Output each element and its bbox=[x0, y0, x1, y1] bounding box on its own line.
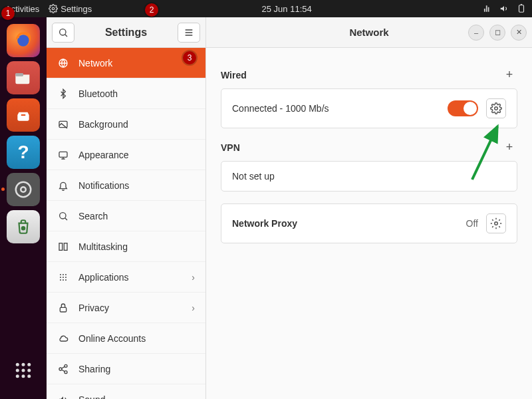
svg-point-5 bbox=[16, 182, 31, 198]
sidebar-item-label: Network bbox=[78, 58, 112, 68]
dock-show-apps[interactable] bbox=[7, 354, 40, 387]
svg-point-37 bbox=[495, 222, 498, 225]
svg-point-23 bbox=[60, 274, 61, 275]
sidebar-item-background[interactable]: Background bbox=[47, 109, 205, 140]
system-status-area[interactable] bbox=[481, 4, 527, 13]
sidebar-item-label: Sound bbox=[78, 394, 105, 400]
svg-point-14 bbox=[22, 374, 25, 378]
svg-point-29 bbox=[60, 279, 61, 281]
share-icon bbox=[57, 364, 69, 374]
sidebar-item-label: Notifications bbox=[78, 180, 129, 191]
proxy-state-label: Off bbox=[466, 218, 478, 229]
svg-point-25 bbox=[65, 274, 66, 275]
sidebar-list: NetworkBluetoothBackgroundAppearanceNoti… bbox=[47, 48, 205, 399]
sidebar-item-multitasking[interactable]: Multitasking bbox=[47, 231, 205, 262]
background-icon bbox=[57, 119, 69, 130]
sidebar-item-notifications[interactable]: Notifications bbox=[47, 170, 205, 201]
topbar-app-label: Settings bbox=[61, 4, 92, 14]
sidebar-item-sharing[interactable]: Sharing bbox=[47, 354, 205, 384]
chevron-right-icon: › bbox=[192, 303, 195, 313]
svg-point-34 bbox=[59, 368, 62, 370]
svg-point-30 bbox=[63, 279, 64, 281]
bluetooth-icon bbox=[57, 88, 69, 99]
dock: ? bbox=[0, 17, 47, 399]
bell-icon bbox=[57, 180, 69, 191]
sidebar-item-online-accounts[interactable]: Online Accounts bbox=[47, 323, 205, 354]
wired-toggle[interactable] bbox=[448, 100, 478, 116]
dock-software[interactable] bbox=[7, 98, 40, 132]
content-pane: Network – ◻ ✕ Wired + Connected - 1000 M… bbox=[206, 17, 532, 399]
chevron-right-icon: › bbox=[192, 272, 195, 283]
svg-point-7 bbox=[16, 363, 19, 366]
topbar-app-indicator[interactable]: Settings bbox=[49, 4, 92, 14]
settings-window: Settings NetworkBluetoothBackgroundAppea… bbox=[47, 17, 532, 399]
svg-point-10 bbox=[16, 369, 19, 372]
content-title: Network bbox=[349, 27, 388, 38]
cloud-icon bbox=[57, 333, 69, 344]
add-wired-button[interactable]: + bbox=[501, 68, 517, 82]
wired-section-header: Wired + bbox=[221, 68, 517, 82]
svg-rect-3 bbox=[15, 73, 23, 76]
svg-point-4 bbox=[21, 187, 26, 192]
dock-firefox[interactable] bbox=[7, 24, 40, 57]
lock-icon bbox=[57, 303, 69, 313]
sidebar-item-label: Bluetooth bbox=[78, 88, 118, 99]
svg-line-38 bbox=[472, 126, 497, 180]
svg-point-13 bbox=[16, 374, 19, 378]
dock-settings[interactable] bbox=[7, 173, 40, 206]
multitask-icon bbox=[57, 241, 69, 252]
annotation-badge-1: 1 bbox=[1, 7, 15, 20]
appearance-icon bbox=[57, 150, 69, 160]
svg-point-28 bbox=[65, 277, 66, 278]
wired-status-label: Connected - 1000 Mb/s bbox=[232, 103, 329, 114]
sidebar-item-label: Sharing bbox=[78, 364, 110, 374]
proxy-label: Network Proxy bbox=[232, 218, 297, 229]
vpn-heading: VPN bbox=[221, 142, 240, 153]
window-minimize-button[interactable]: – bbox=[468, 25, 484, 41]
sidebar-header: Settings bbox=[47, 17, 205, 48]
svg-rect-19 bbox=[59, 152, 67, 157]
svg-point-24 bbox=[63, 274, 64, 275]
svg-rect-22 bbox=[64, 243, 67, 250]
sidebar-item-sound[interactable]: Sound bbox=[47, 384, 205, 399]
svg-point-0 bbox=[53, 7, 55, 10]
menu-button[interactable] bbox=[178, 23, 200, 43]
sidebar-item-applications[interactable]: Applications› bbox=[47, 262, 205, 293]
svg-point-6 bbox=[22, 227, 25, 229]
content-body: Wired + Connected - 1000 Mb/s VPN + Not … bbox=[206, 48, 532, 399]
content-header: Network – ◻ ✕ bbox=[206, 17, 532, 48]
svg-point-15 bbox=[27, 374, 31, 378]
svg-rect-1 bbox=[519, 5, 524, 13]
globe-icon bbox=[57, 58, 69, 68]
window-close-button[interactable]: ✕ bbox=[511, 25, 527, 41]
svg-point-20 bbox=[60, 212, 66, 218]
vpn-status-label: Not set up bbox=[232, 171, 275, 182]
apps-icon bbox=[57, 272, 69, 283]
svg-rect-32 bbox=[60, 307, 66, 312]
sound-icon bbox=[57, 394, 69, 400]
dock-files[interactable] bbox=[7, 61, 40, 94]
proxy-settings-button[interactable] bbox=[486, 213, 506, 233]
dock-trash[interactable] bbox=[7, 210, 40, 243]
annotation-arrow bbox=[466, 120, 512, 186]
battery-icon bbox=[516, 4, 527, 13]
svg-point-31 bbox=[65, 279, 66, 281]
svg-rect-21 bbox=[59, 243, 63, 250]
sidebar-item-label: Applications bbox=[78, 272, 129, 283]
sidebar-item-label: Multitasking bbox=[78, 241, 128, 252]
sidebar-item-bluetooth[interactable]: Bluetooth bbox=[47, 78, 205, 109]
gear-icon bbox=[49, 4, 58, 13]
svg-point-27 bbox=[63, 277, 64, 278]
network-proxy-card: Network Proxy Off bbox=[221, 203, 517, 243]
volume-icon bbox=[499, 4, 509, 13]
sidebar-item-appearance[interactable]: Appearance bbox=[47, 140, 205, 170]
sidebar-item-network[interactable]: Network bbox=[47, 48, 205, 78]
sidebar-item-privacy[interactable]: Privacy› bbox=[47, 293, 205, 323]
dock-help[interactable]: ? bbox=[7, 136, 40, 169]
wired-settings-button[interactable] bbox=[486, 98, 506, 118]
window-maximize-button[interactable]: ◻ bbox=[489, 25, 505, 41]
sidebar-item-search[interactable]: Search bbox=[47, 201, 205, 231]
search-button[interactable] bbox=[52, 23, 74, 43]
sidebar-item-label: Appearance bbox=[78, 150, 129, 160]
svg-point-8 bbox=[22, 363, 25, 366]
